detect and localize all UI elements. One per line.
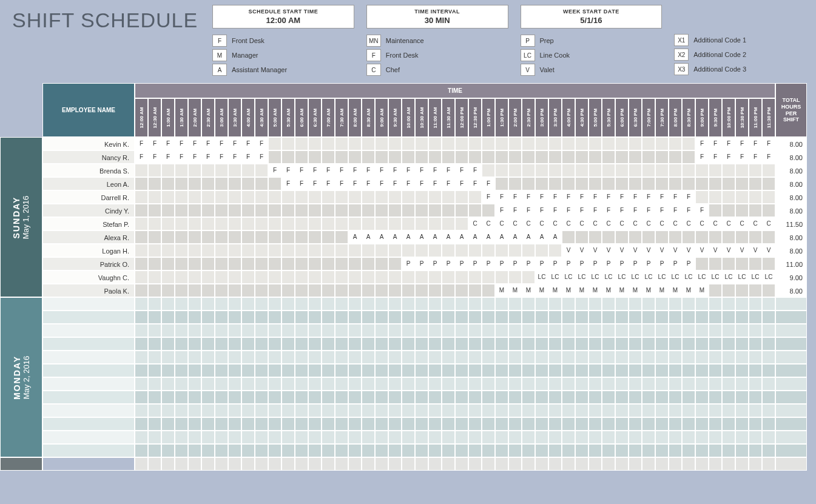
shift-cell[interactable] [308,391,322,404]
shift-cell[interactable] [615,377,629,391]
shift-cell[interactable]: F [575,190,588,204]
shift-cell[interactable] [762,364,775,377]
shift-cell[interactable] [362,337,375,351]
shift-cell[interactable] [629,311,642,324]
shift-cell[interactable] [362,150,375,164]
shift-cell[interactable] [388,257,402,270]
shift-cell[interactable] [375,137,388,150]
shift-cell[interactable] [348,337,362,351]
shift-cell[interactable] [255,337,268,351]
shift-cell[interactable] [188,391,201,404]
shift-cell[interactable] [762,297,775,311]
shift-cell[interactable] [255,377,268,391]
shift-cell[interactable] [308,270,322,284]
shift-cell[interactable]: M [629,284,642,297]
shift-cell[interactable]: F [548,190,562,204]
shift-cell[interactable] [308,204,322,217]
shift-cell[interactable]: A [548,230,562,244]
shift-cell[interactable]: F [735,137,749,150]
shift-cell[interactable] [201,297,215,311]
shift-cell[interactable]: M [615,284,629,297]
shift-cell[interactable] [402,137,415,150]
shift-cell[interactable]: F [629,204,642,217]
shift-cell[interactable] [282,404,295,417]
shift-cell[interactable] [722,177,735,190]
shift-cell[interactable] [335,230,348,244]
shift-cell[interactable] [442,150,455,164]
shift-cell[interactable] [175,391,188,404]
shift-cell[interactable] [682,150,695,164]
shift-cell[interactable] [575,311,588,324]
shift-cell[interactable] [428,337,442,351]
shift-cell[interactable]: F [535,190,548,204]
shift-cell[interactable] [402,444,415,457]
shift-cell[interactable]: F [148,150,161,164]
shift-cell[interactable] [161,217,175,230]
shift-cell[interactable] [175,431,188,444]
shift-cell[interactable] [482,284,495,297]
shift-cell[interactable] [402,324,415,337]
shift-cell[interactable] [255,324,268,337]
shift-cell[interactable] [148,311,161,324]
shift-cell[interactable] [148,177,161,190]
shift-cell[interactable] [255,457,268,471]
shift-cell[interactable]: F [362,164,375,177]
shift-cell[interactable] [228,284,241,297]
shift-cell[interactable] [588,150,602,164]
shift-cell[interactable] [722,404,735,417]
shift-cell[interactable] [588,377,602,391]
shift-cell[interactable] [442,404,455,417]
shift-cell[interactable] [362,311,375,324]
shift-cell[interactable] [428,391,442,404]
shift-cell[interactable] [135,417,148,431]
shift-cell[interactable]: C [749,217,762,230]
shift-cell[interactable] [268,297,282,311]
shift-cell[interactable]: LC [695,270,709,284]
shift-cell[interactable] [562,404,575,417]
shift-cell[interactable] [308,417,322,431]
shift-cell[interactable] [188,284,201,297]
shift-cell[interactable] [268,377,282,391]
shift-cell[interactable] [749,364,762,377]
shift-cell[interactable] [335,204,348,217]
shift-cell[interactable]: P [468,257,482,270]
shift-cell[interactable]: F [241,137,255,150]
shift-cell[interactable] [588,417,602,431]
shift-cell[interactable] [375,444,388,457]
shift-cell[interactable] [442,284,455,297]
shift-cell[interactable] [201,444,215,457]
shift-cell[interactable] [175,177,188,190]
shift-cell[interactable] [535,297,548,311]
shift-cell[interactable]: C [495,217,508,230]
shift-cell[interactable]: P [402,257,415,270]
shift-cell[interactable] [762,444,775,457]
shift-cell[interactable] [348,444,362,457]
shift-cell[interactable] [735,404,749,417]
shift-cell[interactable] [562,230,575,244]
shift-cell[interactable] [135,164,148,177]
shift-cell[interactable] [482,204,495,217]
shift-cell[interactable] [201,190,215,204]
shift-cell[interactable] [335,270,348,284]
shift-cell[interactable] [562,311,575,324]
shift-cell[interactable] [362,364,375,377]
shift-cell[interactable] [175,311,188,324]
shift-cell[interactable] [322,324,335,337]
shift-cell[interactable] [455,217,468,230]
shift-cell[interactable] [335,444,348,457]
shift-cell[interactable] [335,377,348,391]
shift-cell[interactable] [282,391,295,404]
shift-cell[interactable] [482,150,495,164]
shift-cell[interactable]: LC [709,270,722,284]
shift-cell[interactable]: A [348,230,362,244]
shift-cell[interactable]: F [682,204,695,217]
shift-cell[interactable] [148,404,161,417]
shift-cell[interactable] [135,257,148,270]
shift-cell[interactable]: LC [615,270,629,284]
shift-cell[interactable] [535,457,548,471]
shift-cell[interactable]: LC [629,270,642,284]
shift-cell[interactable] [695,324,709,337]
shift-cell[interactable] [495,431,508,444]
shift-cell[interactable] [135,230,148,244]
shift-cell[interactable] [508,177,522,190]
